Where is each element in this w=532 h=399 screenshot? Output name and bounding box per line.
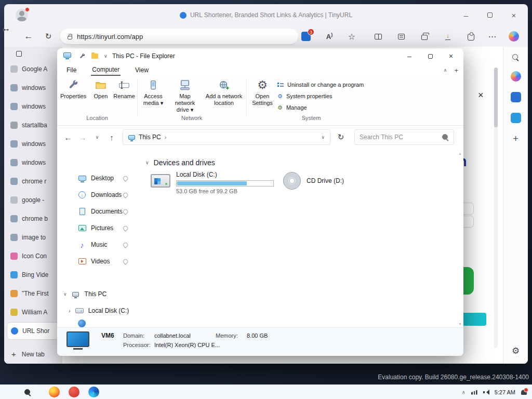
- vertical-tab[interactable]: windows: [4, 98, 62, 115]
- vertical-tab[interactable]: windows: [4, 79, 62, 97]
- address-bar[interactable]: https://tinyurl.com/app: [60, 29, 298, 44]
- tree-item-local-disk[interactable]: ›Local Disk (C:): [57, 302, 144, 319]
- section-header[interactable]: ∨ Devices and drives: [145, 158, 215, 167]
- nav-item-pictures[interactable]: Pictures: [57, 220, 144, 236]
- up-icon[interactable]: ↑: [105, 126, 118, 148]
- back-icon[interactable]: ←: [61, 126, 75, 148]
- forward-icon[interactable]: →: [76, 126, 89, 148]
- copilot-icon[interactable]: [506, 26, 522, 47]
- nav-item-downloads[interactable]: ↓Downloads: [57, 187, 144, 203]
- vertical-tab[interactable]: startallba: [4, 116, 62, 134]
- extensions-puzzle-icon[interactable]: [463, 26, 478, 47]
- vertical-tab[interactable]: chrome b: [4, 210, 62, 228]
- extension-shield-icon[interactable]: 3: [298, 26, 314, 47]
- maximize-icon[interactable]: [420, 48, 441, 64]
- breadcrumb[interactable]: This PC › ∨: [123, 129, 330, 145]
- nav-item-music[interactable]: ♪Music: [57, 236, 144, 253]
- collapse-ribbon-icon[interactable]: ∧: [444, 68, 447, 73]
- more-menu-icon[interactable]: ⋯: [485, 26, 500, 47]
- properties-button[interactable]: Properties: [58, 78, 88, 100]
- edge-icon[interactable]: [88, 387, 99, 397]
- chevron-collapsed-icon[interactable]: ›: [69, 308, 71, 314]
- menu-computer[interactable]: Computer: [91, 65, 121, 76]
- collections-icon[interactable]: [417, 26, 432, 47]
- vertical-tab[interactable]: image to: [4, 229, 62, 246]
- drive-tile-cd[interactable]: CD Drive (D:): [283, 172, 344, 190]
- tree-item-this-pc[interactable]: ∨This PC: [57, 286, 144, 302]
- vertical-tab[interactable]: Bing Vide: [4, 266, 62, 284]
- vertical-tab[interactable]: chrome r: [4, 172, 62, 190]
- vertical-tab[interactable]: Google A: [4, 60, 62, 78]
- search-box[interactable]: [354, 129, 454, 145]
- sidebar-app-icon[interactable]: [511, 92, 521, 102]
- search-input[interactable]: [360, 134, 439, 141]
- manage-button[interactable]: ⚙ Manage: [277, 103, 307, 112]
- popup-close-icon[interactable]: ×: [478, 90, 484, 101]
- chevron-expanded-icon[interactable]: ∨: [63, 291, 67, 297]
- nav-item-documents[interactable]: Documents: [57, 203, 144, 220]
- ribbon-plus-icon[interactable]: +: [454, 66, 458, 74]
- firefox-icon[interactable]: [49, 387, 60, 397]
- system-properties-button[interactable]: ⚙ System properties: [277, 92, 332, 100]
- scroll-up-icon[interactable]: ▴: [459, 151, 461, 156]
- nav-item-desktop[interactable]: Desktop: [57, 170, 144, 187]
- downloads-icon[interactable]: ↓: [441, 26, 455, 47]
- new-folder-icon[interactable]: [91, 54, 98, 59]
- content-scrollbar[interactable]: ▴ ▾: [458, 151, 462, 326]
- favorite-star-icon[interactable]: ☆: [344, 26, 359, 47]
- vertical-tab[interactable]: William A: [4, 303, 62, 321]
- rename-button[interactable]: Rename: [112, 78, 136, 100]
- maximize-icon[interactable]: [478, 4, 502, 26]
- close-icon[interactable]: ×: [441, 48, 461, 64]
- breadcrumb-label[interactable]: This PC: [139, 134, 161, 141]
- refresh-icon[interactable]: ↻: [334, 126, 348, 148]
- back-icon[interactable]: ←: [22, 26, 35, 47]
- chevron-right-icon[interactable]: ›: [165, 134, 167, 140]
- sidebar-settings-gear-icon[interactable]: ⚙: [512, 345, 520, 356]
- sidebar-copilot-icon[interactable]: [511, 71, 521, 82]
- chevron-down-icon[interactable]: ∨: [104, 54, 108, 59]
- menu-view[interactable]: View: [135, 66, 149, 74]
- menu-file[interactable]: File: [66, 66, 76, 74]
- clock[interactable]: 5:27 AM: [495, 389, 515, 395]
- refresh-icon[interactable]: ↻: [42, 26, 55, 47]
- sidebar-app-icon[interactable]: [511, 113, 521, 123]
- drive-tile-local-disk[interactable]: Local Disk (C:) 53.0 GB free of 99.2 GB: [151, 171, 274, 194]
- scrollbar-thumb[interactable]: [494, 68, 498, 127]
- recent-locations-chevron-icon[interactable]: ∨: [91, 126, 103, 148]
- favorites-hub-icon[interactable]: [394, 26, 408, 47]
- vertical-tab[interactable]: windows: [4, 154, 62, 171]
- open-button[interactable]: Open: [89, 78, 112, 100]
- vertical-tab[interactable]: google -: [4, 191, 62, 209]
- nav-item-videos[interactable]: Videos: [57, 253, 144, 270]
- uninstall-program-button[interactable]: Uninstall or change a program: [277, 81, 364, 89]
- vertical-tab-active[interactable]: URL Shor: [7, 322, 61, 340]
- sidebar-add-icon[interactable]: +: [513, 134, 518, 144]
- split-screen-icon[interactable]: [371, 26, 385, 47]
- access-media-button[interactable]: Access media ▾: [139, 78, 167, 107]
- notification-bell-icon[interactable]: [521, 390, 527, 395]
- speaker-icon[interactable]: [483, 390, 489, 395]
- minimize-icon[interactable]: –: [454, 4, 478, 26]
- hidden-icons-chevron-icon[interactable]: ∧: [462, 390, 466, 395]
- wrench-icon[interactable]: [79, 53, 86, 60]
- vertical-tab[interactable]: "The First: [4, 285, 62, 302]
- address-dropdown-icon[interactable]: ∨: [321, 135, 325, 140]
- add-network-location-button[interactable]: Add a network location: [204, 78, 244, 107]
- network-icon[interactable]: [471, 390, 477, 395]
- map-network-drive-button[interactable]: Map network drive ▾: [169, 78, 201, 114]
- chevron-expanded-icon[interactable]: ∨: [145, 160, 149, 165]
- new-tab-button[interactable]: + New tab: [11, 350, 45, 358]
- read-aloud-icon[interactable]: A): [322, 26, 337, 47]
- red-app-icon[interactable]: [69, 387, 79, 397]
- minimize-icon[interactable]: –: [399, 48, 420, 64]
- open-settings-button[interactable]: ⚙ Open Settings: [248, 78, 276, 107]
- page-scrollbar[interactable]: [494, 68, 498, 348]
- browser-titlebar[interactable]: URL Shortener, Branded Short Links & Ana…: [4, 4, 528, 26]
- tab-actions-icon[interactable]: [16, 51, 22, 57]
- explorer-titlebar[interactable]: ∨ This PC - File Explorer – ×: [57, 48, 463, 64]
- vertical-tab[interactable]: windows: [4, 135, 62, 153]
- vertical-tab[interactable]: Icon Con: [4, 247, 62, 265]
- sidebar-search-icon[interactable]: [512, 54, 519, 61]
- scroll-down-icon[interactable]: ▾: [459, 322, 461, 326]
